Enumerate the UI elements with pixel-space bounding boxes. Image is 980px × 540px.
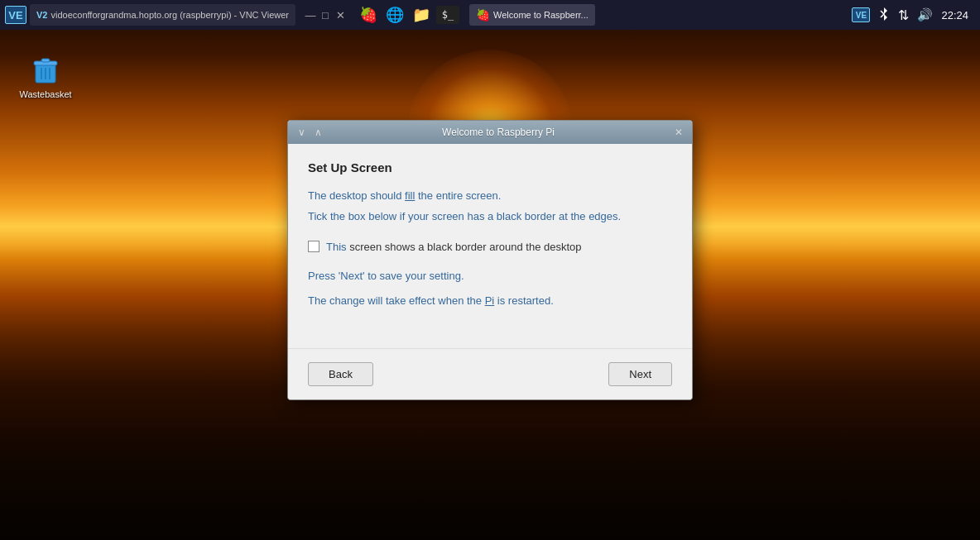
close-button[interactable]: ✕ xyxy=(334,8,347,22)
globe-taskbar-icon[interactable]: 🌐 xyxy=(383,3,406,26)
ve-icon[interactable]: VE xyxy=(5,6,26,24)
maximize-button[interactable]: □ xyxy=(319,8,332,22)
raspi-taskbar-icon[interactable]: 🍓 xyxy=(357,3,380,26)
dialog-title-text: Welcome to Raspberry Pi xyxy=(324,127,672,138)
dialog-note-2: The change will take effect when the Pi … xyxy=(308,293,672,310)
desc1-part1: The desktop should xyxy=(308,189,405,202)
network-tray-icon[interactable]: ⇅ xyxy=(898,7,909,23)
dialog-close-controls: ✕ xyxy=(672,126,685,139)
note2-pi: Pi xyxy=(485,294,495,307)
volume-tray-icon[interactable]: 🔊 xyxy=(917,7,933,22)
dialog-left-controls: ∨ ∧ xyxy=(295,126,324,139)
dialog-note-1: Press 'Next' to save your setting. xyxy=(308,268,672,285)
dialog-description-2: Tick the box below if your screen has a … xyxy=(308,208,672,226)
taskbar-right: VE ⇅ 🔊 22:24 xyxy=(852,7,975,24)
dialog-chevron-up[interactable]: ∧ xyxy=(311,126,324,139)
folder-taskbar-icon[interactable]: 📁 xyxy=(410,3,433,26)
note2-part2: is restarted. xyxy=(494,294,554,307)
taskbar-app-button[interactable]: 🍓 Welcome to Raspberr... xyxy=(469,4,595,26)
terminal-taskbar-icon[interactable]: $_ xyxy=(436,6,459,24)
desc1-fill: fill xyxy=(405,189,415,202)
vnc-title-bar: V2 vidoeconfforgrandma.hopto.org (raspbe… xyxy=(30,4,295,26)
taskbar-left: VE V2 vidoeconfforgrandma.hopto.org (ras… xyxy=(5,4,347,26)
dialog-heading: Set Up Screen xyxy=(308,160,672,174)
dialog-content: Set Up Screen The desktop should fill th… xyxy=(288,144,692,332)
dialog-description-1: The desktop should fill the entire scree… xyxy=(308,188,672,205)
dialog-chevron-down[interactable]: ∨ xyxy=(295,126,308,139)
checkbox-row: This screen shows a black border around … xyxy=(308,241,672,253)
checkbox-label[interactable]: This screen shows a black border around … xyxy=(326,241,582,253)
modal-overlay: ∨ ∧ Welcome to Raspberry Pi ✕ Set Up Scr… xyxy=(0,30,980,540)
back-button[interactable]: Back xyxy=(308,362,373,386)
taskbar: VE V2 vidoeconfforgrandma.hopto.org (ras… xyxy=(0,0,980,30)
black-border-checkbox[interactable] xyxy=(308,241,319,252)
desktop: VE V2 vidoeconfforgrandma.hopto.org (ras… xyxy=(0,0,980,540)
setup-screen-dialog: ∨ ∧ Welcome to Raspberry Pi ✕ Set Up Scr… xyxy=(287,120,693,400)
dialog-close-button[interactable]: ✕ xyxy=(672,126,685,139)
dialog-footer: Back Next xyxy=(288,348,692,399)
clock-display: 22:24 xyxy=(941,9,968,22)
next-button[interactable]: Next xyxy=(608,362,672,386)
dialog-titlebar: ∨ ∧ Welcome to Raspberry Pi ✕ xyxy=(288,121,692,144)
minimize-button[interactable]: — xyxy=(304,8,317,22)
taskbar-app-label: Welcome to Raspberr... xyxy=(493,10,588,20)
vnc-title-text: vidoeconfforgrandma.hopto.org (raspberry… xyxy=(50,10,289,20)
vnc-window-controls: — □ ✕ xyxy=(304,8,347,22)
checkbox-label-rest: screen shows a black border around the d… xyxy=(347,241,582,253)
desc1-part2: the entire screen. xyxy=(415,189,501,202)
note2-part1: The change will take effect when the xyxy=(308,294,485,307)
bluetooth-tray-icon[interactable] xyxy=(878,7,890,24)
checkbox-label-this: This xyxy=(326,241,347,253)
ve-tray-icon[interactable]: VE xyxy=(852,7,870,22)
